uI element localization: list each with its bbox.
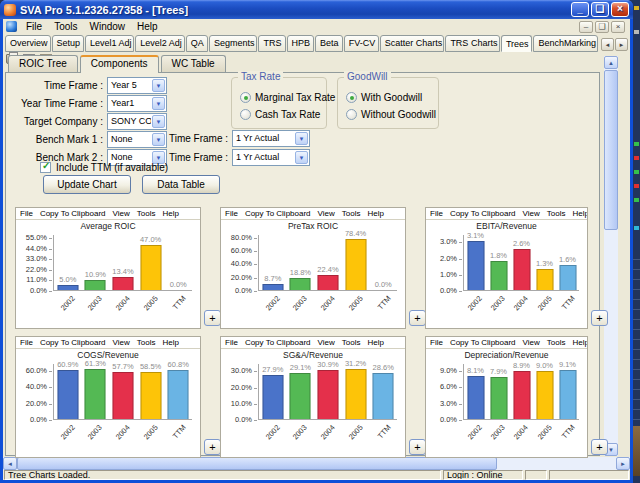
subtab-wc-table[interactable]: WC Table	[161, 55, 226, 72]
include-ttm-checkbox[interactable]: ✓ Include TTM (if available)	[40, 162, 168, 173]
tab-scroll-left-icon[interactable]: ◄	[601, 38, 614, 51]
bar-value-label: 0.0%	[170, 280, 187, 289]
dropdown-arrow-icon[interactable]: ▼	[295, 132, 308, 145]
close-button[interactable]: ×	[611, 2, 629, 17]
chart-menu-copy-to-clipboard[interactable]: Copy To Clipboard	[450, 209, 516, 219]
bm2-time-frame-select[interactable]: 1 Yr Actual▼	[232, 149, 310, 166]
target-company-select[interactable]: SONY CORP▼	[107, 113, 167, 130]
chart-menu-file[interactable]: File	[20, 209, 33, 219]
bm1-time-frame-select[interactable]: 1 Yr Actual▼	[232, 130, 310, 147]
bar-column: 60.9%	[54, 364, 82, 419]
mdi-minimize-button[interactable]: –	[579, 21, 593, 33]
chart-menu-view[interactable]: View	[523, 338, 540, 348]
bar-column: 29.1%	[287, 364, 315, 419]
scroll-right-icon[interactable]: ►	[616, 457, 630, 470]
scroll-up-icon[interactable]: ▲	[604, 56, 618, 69]
chart-menu-view[interactable]: View	[113, 338, 130, 348]
tab-benchmarking[interactable]: BenchMarking	[533, 35, 598, 52]
tab-beta[interactable]: Beta	[315, 35, 343, 52]
chart-menu-tools[interactable]: Tools	[137, 338, 156, 348]
bar-column: 61.3%	[82, 364, 110, 419]
chart-menu-help[interactable]: Help	[367, 209, 383, 219]
chart-menu-file[interactable]: File	[225, 209, 238, 219]
chart-menu-view[interactable]: View	[113, 209, 130, 219]
chart-menu-copy-to-clipboard[interactable]: Copy To Clipboard	[450, 338, 516, 348]
year-time-frame-select-label: Year Time Frame :	[6, 98, 103, 109]
tab-trs-charts[interactable]: TRS Charts	[445, 35, 500, 52]
radio-with-goodwill[interactable]: With Goodwill	[346, 92, 422, 103]
expand-chart-button[interactable]: +	[409, 439, 426, 455]
tab-level1-adj[interactable]: Level1 Adj	[85, 35, 134, 52]
chart-menu-copy-to-clipboard[interactable]: Copy To Clipboard	[245, 338, 311, 348]
chart-menu-tools[interactable]: Tools	[342, 209, 361, 219]
chart-menu-help[interactable]: Help	[367, 338, 383, 348]
title-bar[interactable]: SVA Pro 5.1.2326.27358 - [Trees] _ ❑ ×	[0, 0, 633, 19]
chart-menu-copy-to-clipboard[interactable]: Copy To Clipboard	[245, 209, 311, 219]
chart-menu-help[interactable]: Help	[162, 338, 178, 348]
dropdown-arrow-icon[interactable]: ▼	[152, 79, 165, 92]
tab-trees[interactable]: Trees	[501, 35, 533, 52]
tab-hpb[interactable]: HPB	[287, 35, 315, 52]
expand-chart-button[interactable]: +	[204, 439, 221, 455]
tab-fv-cv[interactable]: FV-CV	[344, 35, 379, 52]
tab-qa[interactable]: QA	[186, 35, 208, 52]
bar-2005	[140, 245, 161, 290]
menu-file[interactable]: File	[20, 21, 48, 32]
expand-chart-button[interactable]: +	[591, 439, 608, 455]
chart-menu-file[interactable]: File	[430, 209, 443, 219]
radio-marginal-tax-rate[interactable]: Marginal Tax Rate	[240, 92, 335, 103]
dropdown-arrow-icon[interactable]: ▼	[295, 151, 308, 164]
tab-overview[interactable]: Overview	[5, 35, 51, 52]
chart-menu-tools[interactable]: Tools	[547, 209, 566, 219]
tab-trs[interactable]: TRS	[258, 35, 285, 52]
expand-chart-button[interactable]: +	[204, 310, 221, 326]
data-table-button[interactable]: Data Table	[142, 175, 220, 194]
mdi-child-icon[interactable]	[6, 21, 17, 32]
dropdown-arrow-icon[interactable]: ▼	[152, 115, 165, 128]
chart-menu-view[interactable]: View	[523, 209, 540, 219]
chart-menu-help[interactable]: Help	[162, 209, 178, 219]
tab-level2-adj[interactable]: Level2 Adj	[135, 35, 184, 52]
tab-segments[interactable]: Segments	[209, 35, 257, 52]
chart-menu-copy-to-clipboard[interactable]: Copy To Clipboard	[40, 209, 106, 219]
radio-without-goodwill[interactable]: Without Goodwill	[346, 109, 436, 120]
dropdown-arrow-icon[interactable]: ▼	[152, 97, 165, 110]
vertical-scroll-thumb[interactable]	[604, 70, 618, 230]
minimize-button[interactable]: _	[571, 2, 589, 17]
chart-menu-tools[interactable]: Tools	[342, 338, 361, 348]
scroll-left-icon[interactable]: ◄	[3, 457, 17, 470]
expand-chart-button[interactable]: +	[409, 310, 426, 326]
menu-tools[interactable]: Tools	[48, 21, 83, 32]
tab-setup[interactable]: Setup	[52, 35, 84, 52]
chart-menu-file[interactable]: File	[430, 338, 443, 348]
chart-menu-file[interactable]: File	[20, 338, 33, 348]
chart-menu-help[interactable]: Help	[572, 338, 587, 348]
chart-menu-tools[interactable]: Tools	[547, 338, 566, 348]
chart-menu-tools[interactable]: Tools	[137, 209, 156, 219]
chart-menu-view[interactable]: View	[318, 338, 335, 348]
time-frame-select[interactable]: Year 5▼	[107, 77, 167, 94]
horizontal-scroll-thumb[interactable]	[17, 457, 497, 470]
chart-menu-file[interactable]: File	[225, 338, 238, 348]
tab-scroll-right-icon[interactable]: ►	[615, 38, 628, 51]
mdi-close-button[interactable]: ×	[611, 21, 625, 33]
subtab-components[interactable]: Components	[80, 55, 159, 73]
menu-window[interactable]: Window	[83, 21, 131, 32]
update-chart-button[interactable]: Update Chart	[43, 175, 131, 194]
expand-chart-button[interactable]: +	[591, 310, 608, 326]
chart-menu-view[interactable]: View	[318, 209, 335, 219]
vertical-scrollbar[interactable]: ▲ ▼	[604, 56, 618, 456]
tab-scatter-charts[interactable]: Scatter Charts	[380, 35, 445, 52]
subtab-roic-tree[interactable]: ROIC Tree	[8, 55, 78, 72]
horizontal-scrollbar[interactable]: ◄ ►	[3, 457, 630, 470]
year-time-frame-select[interactable]: Year1▼	[107, 95, 167, 112]
radio-cash-tax-rate[interactable]: Cash Tax Rate	[240, 109, 320, 120]
chart-menu-copy-to-clipboard[interactable]: Copy To Clipboard	[40, 338, 106, 348]
y-axis-tick-mark	[254, 278, 257, 279]
chart-menu-help[interactable]: Help	[572, 209, 587, 219]
bar-value-label: 7.9%	[490, 367, 507, 376]
tax-rate-option-label: Cash Tax Rate	[255, 109, 320, 120]
maximize-button[interactable]: ❑	[591, 2, 609, 17]
menu-help[interactable]: Help	[131, 21, 164, 32]
mdi-restore-button[interactable]: ❑	[595, 21, 609, 33]
